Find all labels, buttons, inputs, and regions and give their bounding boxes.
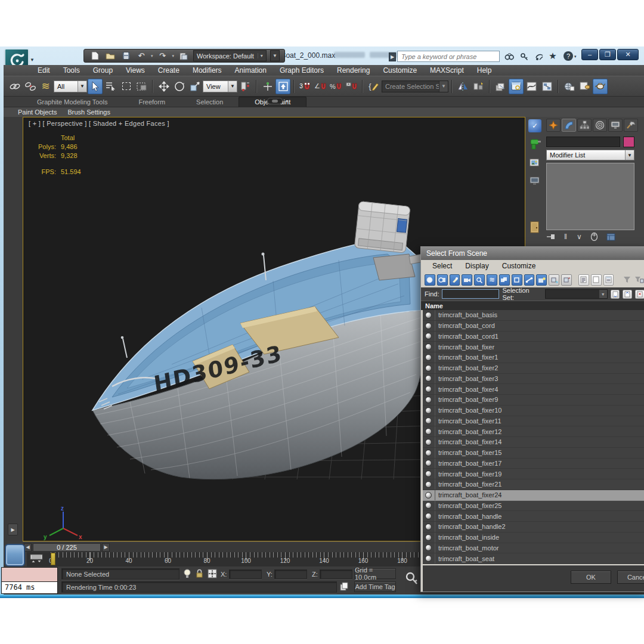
- tab-hierarchy-icon[interactable]: [577, 119, 592, 132]
- x-coord-field[interactable]: [229, 569, 262, 579]
- keyboard-shortcut-override-button[interactable]: [275, 79, 290, 94]
- favorites-star-icon[interactable]: ★: [546, 51, 559, 61]
- menu-item[interactable]: Rendering: [330, 66, 376, 75]
- frame-indicator[interactable]: 0 / 225: [33, 543, 101, 552]
- scene-list-row[interactable]: trimcraft_boat_fixer11: [423, 416, 644, 427]
- qat-overflow-icon[interactable]: ▼: [270, 50, 280, 61]
- viewport-label[interactable]: [ + ] [ Perspective ] [ Shaded + Edged F…: [29, 120, 169, 127]
- open-mini-curve-editor-icon[interactable]: [30, 554, 43, 564]
- configure-modifier-sets-icon[interactable]: [606, 233, 615, 241]
- display-frozen-icon[interactable]: [549, 274, 559, 286]
- ribbon-minimize-toggle[interactable]: ▼: [267, 98, 289, 104]
- dialog-menu-item[interactable]: Select: [426, 262, 459, 270]
- scene-list-row[interactable]: trimcraft_boat_fixer4: [423, 384, 644, 395]
- select-and-rotate-icon[interactable]: [172, 79, 187, 94]
- select-by-name-icon[interactable]: [103, 79, 118, 94]
- view-column-blank-icon[interactable]: [591, 274, 602, 286]
- menu-item[interactable]: Animation: [228, 66, 273, 75]
- select-and-move-icon[interactable]: [156, 79, 171, 94]
- maxscript-macro-recorder[interactable]: [1, 567, 58, 582]
- scene-list-row[interactable]: trimcraft_boat_fixer14: [423, 437, 644, 448]
- maxscript-mini-listener[interactable]: 7764 ms: [1, 581, 58, 594]
- render-production-button[interactable]: [593, 79, 608, 94]
- undo-dropdown-icon[interactable]: ▾: [151, 54, 153, 58]
- communication-center-icon[interactable]: [532, 51, 546, 62]
- redo-dropdown-icon[interactable]: ▾: [172, 54, 175, 58]
- select-from-scene-dialog[interactable]: Select From Scene SelectDisplayCustomize…: [420, 246, 644, 592]
- graphite-ribbon-toggle-button[interactable]: [509, 79, 524, 94]
- display-spacewarps-icon[interactable]: ≋: [487, 274, 497, 286]
- scene-list-row[interactable]: trimcraft_boat_fixer19: [423, 469, 644, 479]
- add-time-tag[interactable]: Add Time Tag: [354, 581, 396, 592]
- scene-list-row[interactable]: trimcraft_boat_fixer2: [423, 363, 644, 374]
- menu-item[interactable]: Help: [470, 66, 499, 75]
- help-icon[interactable]: ?: [564, 51, 573, 61]
- save-selection-set-icon[interactable]: [611, 290, 620, 299]
- menu-item[interactable]: Graph Editors: [273, 66, 330, 75]
- snaps-toggle-icon[interactable]: 3: [298, 79, 312, 94]
- dialog-menu-item[interactable]: Display: [459, 262, 495, 270]
- scene-list-row[interactable]: trimcraft_boat_fixer10: [423, 405, 644, 416]
- menu-item[interactable]: Views: [119, 66, 151, 75]
- scene-list-row[interactable]: trimcraft_boat_cord: [423, 321, 644, 332]
- scene-list-row[interactable]: trimcraft_boat_handle: [423, 511, 644, 522]
- help-dropdown-icon[interactable]: ▾: [574, 54, 577, 59]
- grid-setting[interactable]: Grid = 10.0cm: [354, 568, 396, 579]
- pin-stack-icon[interactable]: [546, 233, 556, 240]
- timeline-ruler[interactable]: 020406080100120140160180: [27, 552, 422, 566]
- render-setup-icon[interactable]: [562, 79, 577, 94]
- z-coord-field[interactable]: [320, 569, 352, 579]
- scene-list-row[interactable]: trimcraft_boat_fixer12: [423, 426, 644, 437]
- scene-list-row[interactable]: trimcraft_boat_seat: [423, 553, 644, 564]
- load-selection-set-icon[interactable]: [623, 290, 632, 299]
- tab-display-icon[interactable]: [608, 119, 623, 132]
- ribbon-tab[interactable]: Selection: [181, 97, 239, 107]
- communication-key-icon[interactable]: [518, 51, 531, 62]
- selection-lock-icon[interactable]: [196, 569, 203, 578]
- tab-create-icon[interactable]: [546, 119, 561, 132]
- scene-list-row[interactable]: trimcraft_boat_motor: [423, 543, 644, 554]
- maximize-button[interactable]: ❐: [599, 49, 616, 60]
- menu-item[interactable]: Customize: [376, 66, 423, 75]
- object-name-field[interactable]: [546, 137, 620, 147]
- name-column-header[interactable]: Name: [421, 301, 644, 310]
- reference-coordinate-dropdown[interactable]: View▼: [203, 80, 237, 92]
- filter-funnel-config-icon[interactable]: [634, 274, 644, 286]
- workspace-dropdown[interactable]: Workspace: Default ▾: [193, 50, 267, 61]
- select-object-button[interactable]: [88, 79, 103, 94]
- new-file-icon[interactable]: [89, 51, 101, 61]
- angle-snap-toggle-icon[interactable]: ∠: [313, 79, 328, 94]
- ribbon-tab[interactable]: Graphite Modeling Tools: [21, 97, 123, 107]
- close-button[interactable]: ✕: [617, 49, 639, 60]
- menu-item[interactable]: Tools: [57, 66, 86, 75]
- layer-manager-icon[interactable]: [493, 79, 508, 94]
- scene-list-row[interactable]: trimcraft_boat_inside: [423, 532, 644, 543]
- display-shapes-icon[interactable]: [437, 274, 448, 286]
- curve-editor-icon[interactable]: [524, 79, 539, 94]
- open-file-icon[interactable]: [104, 51, 116, 61]
- redo-icon[interactable]: ↷: [157, 51, 169, 61]
- search-expand-icon[interactable]: ▶: [389, 52, 396, 61]
- time-slider-handle[interactable]: [51, 553, 55, 565]
- absolute-mode-transform-icon[interactable]: [208, 569, 217, 578]
- selection-status-field[interactable]: None Selected: [61, 568, 179, 580]
- next-frame-icon[interactable]: ▶: [102, 543, 110, 552]
- spinner-snap-toggle-icon[interactable]: [344, 79, 359, 94]
- use-pivot-point-icon[interactable]: [238, 79, 253, 94]
- scene-list-row[interactable]: trimcraft_boat_fixer21: [423, 479, 644, 490]
- selection-set-dropdown[interactable]: ▼: [545, 289, 607, 299]
- display-lights-icon[interactable]: [450, 274, 460, 286]
- drill-tool-icon[interactable]: [528, 138, 541, 151]
- scene-list-row[interactable]: trimcraft_boat_handle2: [423, 522, 644, 532]
- select-and-link-icon[interactable]: [7, 79, 22, 94]
- display-groups-icon[interactable]: [499, 274, 510, 286]
- corner-blue-button[interactable]: [5, 544, 25, 566]
- scene-list-row[interactable]: trimcraft_boat_fixer17: [423, 459, 644, 469]
- edit-named-selection-sets-icon[interactable]: {: [366, 79, 381, 94]
- mirror-icon[interactable]: [456, 79, 470, 94]
- ribbon-panel-title[interactable]: Paint Objects: [13, 108, 61, 116]
- align-icon[interactable]: [471, 79, 486, 94]
- menu-item[interactable]: Create: [151, 66, 186, 75]
- check-button-icon[interactable]: ✓: [528, 119, 541, 132]
- display-containers-icon[interactable]: [536, 274, 547, 286]
